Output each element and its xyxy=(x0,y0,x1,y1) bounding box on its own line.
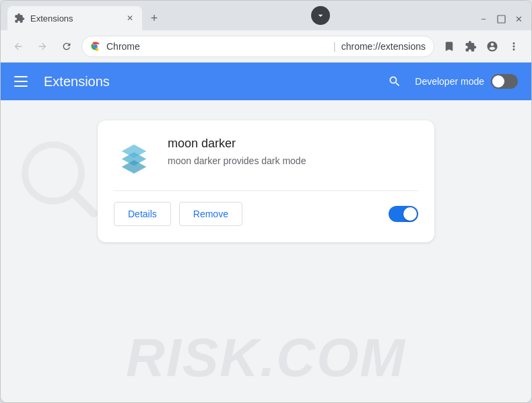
extension-header: moon darker moon darker provides dark mo… xyxy=(114,137,418,177)
window-controls: − ✕ xyxy=(477,13,525,25)
bookmark-button[interactable] xyxy=(440,37,459,56)
extension-icon xyxy=(114,137,154,177)
developer-mode-toggle[interactable] xyxy=(491,74,518,89)
extension-actions: Details Remove xyxy=(114,190,418,226)
back-button[interactable] xyxy=(9,37,28,56)
svg-point-2 xyxy=(94,44,97,48)
more-button[interactable] xyxy=(504,37,523,56)
search-button[interactable] xyxy=(385,72,404,91)
svg-point-3 xyxy=(25,145,81,201)
svg-marker-7 xyxy=(122,160,147,174)
close-button[interactable]: ✕ xyxy=(512,13,525,25)
extensions-button[interactable] xyxy=(461,37,480,56)
address-bar[interactable]: Chrome | chrome://extensions xyxy=(81,36,434,57)
tab-extension-icon xyxy=(14,13,25,24)
tab-close-button[interactable]: ✕ xyxy=(125,13,135,24)
moon-darker-icon xyxy=(117,140,151,174)
reload-button[interactable] xyxy=(57,37,76,56)
restore-button[interactable] xyxy=(495,13,507,25)
details-button[interactable]: Details xyxy=(114,202,171,226)
active-tab[interactable]: Extensions ✕ xyxy=(7,6,142,30)
address-site-name: Chrome xyxy=(106,41,328,52)
extension-toggle[interactable] xyxy=(389,206,418,222)
svg-rect-0 xyxy=(498,15,505,23)
profile-dropdown-button[interactable] xyxy=(311,6,330,25)
chrome-logo-icon xyxy=(90,41,101,52)
tab-title-text: Extensions xyxy=(30,13,119,24)
extension-info: moon darker moon darker provides dark mo… xyxy=(168,137,418,168)
extension-name: moon darker xyxy=(168,137,418,151)
new-tab-button[interactable]: + xyxy=(145,9,164,28)
developer-mode-label: Developer mode xyxy=(415,76,484,87)
browser-window: Extensions ✕ + − ✕ xyxy=(0,0,532,403)
hamburger-menu-button[interactable] xyxy=(14,72,33,91)
svg-line-4 xyxy=(73,193,94,213)
address-url-text: chrome://extensions xyxy=(341,41,426,52)
extensions-page-title: Extensions xyxy=(44,74,385,89)
extensions-header: Extensions Developer mode xyxy=(1,63,531,100)
minimize-button[interactable]: − xyxy=(477,13,490,25)
watermark-text: RISK.COM xyxy=(126,327,406,389)
nav-icons xyxy=(440,37,523,56)
main-content: RISK.COM moon darker moon darker provide… xyxy=(1,100,531,402)
profile-button[interactable] xyxy=(483,37,502,56)
extension-card: moon darker moon darker provides dark mo… xyxy=(98,120,434,242)
forward-button[interactable] xyxy=(33,37,52,56)
remove-button[interactable]: Remove xyxy=(179,202,242,226)
nav-bar: Chrome | chrome://extensions xyxy=(1,30,531,63)
magnifier-watermark xyxy=(21,141,102,221)
extension-description: moon darker provides dark mode xyxy=(168,155,418,168)
title-bar: Extensions ✕ + − ✕ xyxy=(1,1,531,30)
